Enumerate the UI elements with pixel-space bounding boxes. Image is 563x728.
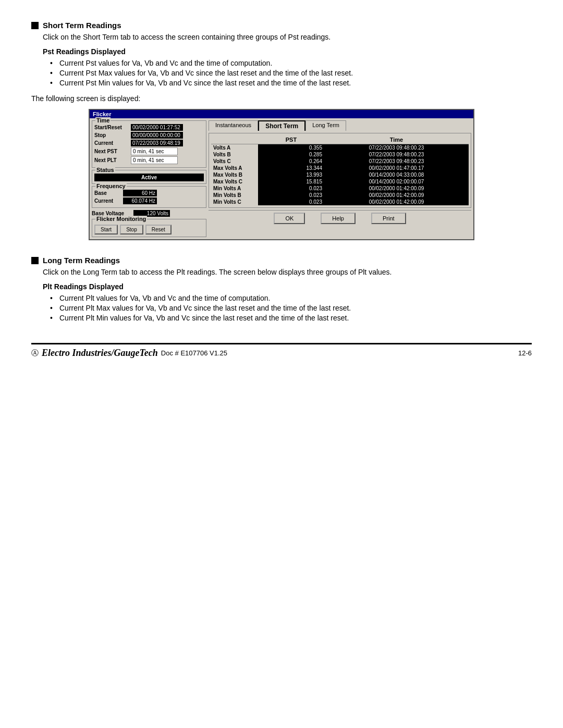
current-freq-row: Current 60.074 Hz xyxy=(94,198,204,204)
copyright-circle: Ⓐ xyxy=(31,349,39,358)
short-term-title: Short Term Readings xyxy=(43,21,121,30)
bottom-buttons: OK Help Print xyxy=(209,210,471,226)
pst-bullet-list: Current Pst values for Va, Vb and Vc and… xyxy=(50,59,532,87)
pst-row-value: 13.344 xyxy=(258,165,324,171)
time-group-label: Time xyxy=(95,117,111,124)
plt-bullet-3: Current Plt Min values for Va, Vb and Vc… xyxy=(50,314,532,322)
footer: Ⓐ Electro Industries/GaugeTech Doc # E10… xyxy=(31,343,532,359)
tab-short-term[interactable]: Short Term xyxy=(258,120,305,131)
ok-button[interactable]: OK xyxy=(274,213,305,224)
help-button[interactable]: Help xyxy=(321,213,356,224)
current-row: Current 07/22/2003 09:48:19 xyxy=(94,140,204,146)
current-freq-value: 60.074 Hz xyxy=(123,198,157,204)
start-reset-value: 00/02/2000 01:27:52 xyxy=(131,124,183,131)
pst-row-label: Volts C xyxy=(211,158,258,165)
current-value: 07/22/2003 09:48:19 xyxy=(131,140,183,146)
base-freq-value: 60 Hz xyxy=(123,190,157,196)
plt-bullet-2: Current Plt Max values for Va, Vb and Vc… xyxy=(50,304,532,312)
pst-row-label: Volts B xyxy=(211,151,258,158)
frequency-group-label: Frequency xyxy=(95,183,127,189)
pst-bullet-2: Current Pst Max values for Va, Vb and Vc… xyxy=(50,69,532,77)
pst-row-value: 0.023 xyxy=(258,199,324,205)
next-plt-row: Next PLT 0 min, 41 sec xyxy=(94,156,204,164)
footer-logo: Electro Industries/GaugeTech xyxy=(42,348,158,359)
short-term-section-header: Short Term Readings xyxy=(31,21,532,30)
plt-bullet-1: Current Plt values for Va, Vb and Vc and… xyxy=(50,294,532,302)
pst-row-time: 00/02/2000 01:42:00.09 xyxy=(324,185,469,192)
following-text: The following screen is displayed: xyxy=(31,94,532,103)
base-freq-label: Base xyxy=(94,190,123,196)
base-freq-row: Base 60 Hz xyxy=(94,190,204,196)
pst-bullet-3: Current Pst Min values for Va, Vb and Vc… xyxy=(50,79,532,87)
pst-row-time: 07/22/2003 09:48:00.23 xyxy=(324,144,469,152)
next-pst-value: 0 min, 41 sec xyxy=(131,147,178,155)
pst-row-time: 00/14/2000 02:00:00.07 xyxy=(324,178,469,185)
pst-table-row: Max Volts B13.99300/14/2000 04:33:00.08 xyxy=(211,171,469,178)
footer-page: 12-6 xyxy=(518,349,532,357)
plt-bullet-list: Current Plt values for Va, Vb and Vc and… xyxy=(50,294,532,322)
status-group-content: Active xyxy=(94,174,204,181)
long-term-desc: Click on the Long Term tab to access the… xyxy=(43,268,532,276)
stop-row: Stop 00/00/0000 00:00:00 xyxy=(94,132,204,139)
flicker-monitoring-label: Flicker Monitoring xyxy=(95,216,147,222)
tabs-row: Instantaneous Short Term Long Term xyxy=(209,120,471,131)
status-group: Status Active xyxy=(92,170,206,184)
pst-table-row: Min Volts B0.02300/02/2000 01:42:00.09 xyxy=(211,192,469,199)
pst-table-row: Volts A0.35507/22/2003 09:48:00.23 xyxy=(211,144,469,152)
print-button[interactable]: Print xyxy=(371,213,406,224)
pst-row-value: 0.023 xyxy=(258,192,324,199)
plt-readings-title: Plt Readings Displayed xyxy=(43,282,532,291)
pst-row-time: 00/14/2000 04:33:00.08 xyxy=(324,171,469,178)
pst-tab-content: PST Time Volts A0.35507/22/2003 09:48:00… xyxy=(209,133,471,208)
pst-row-time: 07/22/2003 09:48:00.23 xyxy=(324,151,469,158)
pst-row-label: Min Volts B xyxy=(211,192,258,199)
pst-col-header: PST xyxy=(258,135,324,144)
time-group-content: Start/Reset 00/02/2000 01:27:52 Stop 00/… xyxy=(94,124,204,164)
short-term-bullet-icon xyxy=(31,22,39,29)
frequency-group-content: Base 60 Hz Current 60.074 Hz xyxy=(94,190,204,204)
flicker-titlebar: Flicker xyxy=(90,110,473,118)
frequency-group: Frequency Base 60 Hz Current 60.074 Hz xyxy=(92,186,206,208)
footer-left: Ⓐ Electro Industries/GaugeTech Doc # E10… xyxy=(31,348,227,359)
reset-button[interactable]: Reset xyxy=(145,225,172,235)
current-freq-label: Current xyxy=(94,198,123,204)
flicker-monitoring-box: Flicker Monitoring Start Stop Reset xyxy=(92,219,206,237)
pst-row-value: 15.815 xyxy=(258,178,324,185)
next-plt-value: 0 min, 41 sec xyxy=(131,156,178,164)
pst-table-row: Max Volts A13.34400/02/2000 01:47:00.17 xyxy=(211,165,469,171)
pst-row-time: 00/02/2000 01:42:00.09 xyxy=(324,199,469,205)
pst-row-value: 13.993 xyxy=(258,171,324,178)
pst-row-value: 0.285 xyxy=(258,151,324,158)
start-reset-label: Start/Reset xyxy=(94,125,131,130)
long-term-bullet-icon xyxy=(31,257,39,264)
pst-row-time: 07/22/2003 09:48:00.23 xyxy=(324,158,469,165)
tab-long-term[interactable]: Long Term xyxy=(305,120,346,131)
pst-table: PST Time Volts A0.35507/22/2003 09:48:00… xyxy=(211,135,469,205)
pst-bullet-1: Current Pst values for Va, Vb and Vc and… xyxy=(50,59,532,67)
pst-row-label: Min Volts A xyxy=(211,185,258,192)
stop-label: Stop xyxy=(94,132,131,138)
pst-row-time: 00/02/2000 01:42:00.09 xyxy=(324,192,469,199)
flicker-body: Time Start/Reset 00/02/2000 01:27:52 Sto… xyxy=(90,118,473,239)
long-term-section-header: Long Term Readings xyxy=(31,256,532,265)
next-pst-label: Next PST xyxy=(94,149,131,154)
pst-row-value: 0.023 xyxy=(258,185,324,192)
pst-table-row: Volts C0.26407/22/2003 09:48:00.23 xyxy=(211,158,469,165)
stop-button[interactable]: Stop xyxy=(120,225,143,235)
pst-table-row: Volts B0.28507/22/2003 09:48:00.23 xyxy=(211,151,469,158)
long-term-title: Long Term Readings xyxy=(43,256,120,265)
left-panel: Time Start/Reset 00/02/2000 01:27:52 Sto… xyxy=(92,120,206,237)
pst-row-value: 0.355 xyxy=(258,144,324,152)
tab-instantaneous[interactable]: Instantaneous xyxy=(209,120,258,131)
start-button[interactable]: Start xyxy=(94,225,118,235)
pst-table-row: Min Volts A0.02300/02/2000 01:42:00.09 xyxy=(211,185,469,192)
pst-row-label: Min Volts C xyxy=(211,199,258,205)
pst-row-label: Volts A xyxy=(211,144,258,152)
pst-table-row: Min Volts C0.02300/02/2000 01:42:00.09 xyxy=(211,199,469,205)
short-term-desc: Click on the Short Term tab to access th… xyxy=(43,33,532,41)
start-reset-row: Start/Reset 00/02/2000 01:27:52 xyxy=(94,124,204,131)
time-col-header: Time xyxy=(324,135,469,144)
pst-table-row: Max Volts C15.81500/14/2000 02:00:00.07 xyxy=(211,178,469,185)
pst-row-label: Max Volts B xyxy=(211,171,258,178)
status-group-label: Status xyxy=(95,167,115,173)
